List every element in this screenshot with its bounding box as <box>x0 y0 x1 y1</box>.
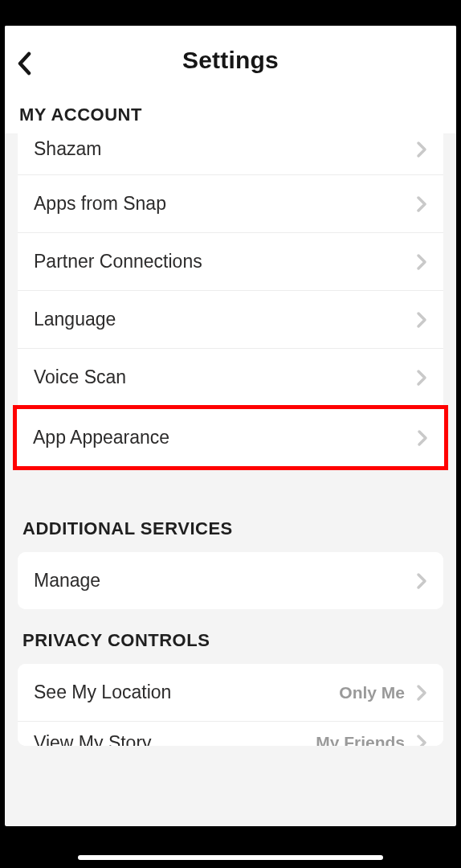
back-icon[interactable] <box>16 51 34 76</box>
section-header-additional-services: ADDITIONAL SERVICES <box>5 470 456 547</box>
row-see-my-location[interactable]: See My Location Only Me <box>18 664 443 722</box>
chevron-right-icon <box>417 429 428 447</box>
home-indicator[interactable] <box>78 855 383 860</box>
section-title: MY ACCOUNT <box>19 104 442 125</box>
header-bar: Settings <box>5 26 456 88</box>
section-title: ADDITIONAL SERVICES <box>22 518 439 539</box>
group-additional-services: Manage <box>18 552 443 609</box>
group-privacy-controls: See My Location Only Me View My Story My… <box>18 664 443 746</box>
section-title: PRIVACY CONTROLS <box>22 630 439 651</box>
row-value: Only Me <box>339 683 405 702</box>
row-label: See My Location <box>34 682 339 703</box>
row-view-my-story[interactable]: View My Story My Friends <box>18 722 443 746</box>
scroll-area[interactable]: Settings MY ACCOUNT Shazam Apps from Sna… <box>5 26 456 826</box>
highlight-app-appearance: App Appearance <box>13 405 448 470</box>
chevron-right-icon <box>416 195 427 213</box>
row-label: Shazam <box>34 138 416 160</box>
settings-screen: Settings MY ACCOUNT Shazam Apps from Sna… <box>5 26 456 826</box>
row-apps-from-snap[interactable]: Apps from Snap <box>18 175 443 233</box>
row-label: Language <box>34 309 416 330</box>
row-language[interactable]: Language <box>18 291 443 349</box>
row-shazam[interactable]: Shazam <box>18 133 443 175</box>
row-voice-scan[interactable]: Voice Scan <box>18 349 443 406</box>
row-label: App Appearance <box>33 427 417 448</box>
row-label: Manage <box>34 570 416 592</box>
chevron-right-icon <box>416 572 427 590</box>
row-manage[interactable]: Manage <box>18 552 443 609</box>
section-header-privacy-controls: PRIVACY CONTROLS <box>5 609 456 659</box>
content: Settings MY ACCOUNT Shazam Apps from Sna… <box>5 26 456 746</box>
row-value: My Friends <box>316 733 405 746</box>
row-label: Apps from Snap <box>34 193 416 215</box>
row-partner-connections[interactable]: Partner Connections <box>18 233 443 291</box>
chevron-right-icon <box>416 369 427 387</box>
chevron-right-icon <box>416 141 427 158</box>
chevron-right-icon <box>416 734 427 746</box>
section-header-my-account: MY ACCOUNT <box>5 88 456 133</box>
group-my-account: Shazam Apps from Snap Partner Connection… <box>18 133 443 406</box>
row-label: View My Story <box>34 732 316 747</box>
chevron-right-icon <box>416 253 427 271</box>
chevron-right-icon <box>416 311 427 329</box>
row-label: Voice Scan <box>34 366 416 388</box>
row-app-appearance[interactable]: App Appearance <box>17 409 444 466</box>
page-title: Settings <box>18 47 443 74</box>
chevron-right-icon <box>416 684 427 702</box>
row-label: Partner Connections <box>34 251 416 272</box>
